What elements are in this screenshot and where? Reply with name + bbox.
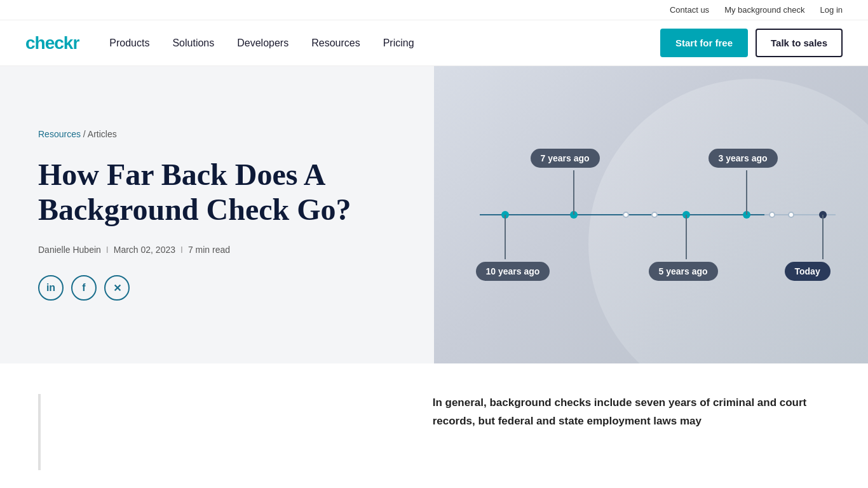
log-in-link[interactable]: Log in xyxy=(820,5,843,15)
label-7-years-ago: 7 years ago xyxy=(531,149,600,168)
breadcrumb-separator: / xyxy=(83,129,88,139)
connector-3y xyxy=(746,170,747,215)
timeline-dot-mid1 xyxy=(623,212,629,218)
logo[interactable]: checkr xyxy=(25,33,79,53)
decorative-border-block xyxy=(38,394,395,470)
breadcrumb-articles: Articles xyxy=(88,129,117,139)
label-today: Today xyxy=(785,262,831,281)
connector-7y xyxy=(573,170,574,215)
nav-resources[interactable]: Resources xyxy=(311,37,360,49)
hero-left: Resources / Articles How Far Back Does A… xyxy=(0,66,434,363)
connector-10y xyxy=(505,215,506,259)
hero-illustration: 7 years ago 3 years ago 10 years ago 5 y… xyxy=(434,66,868,363)
below-hero-section: In general, background checks include se… xyxy=(0,363,868,488)
timeline-dot-mid2 xyxy=(651,212,658,218)
connector-5y xyxy=(686,215,687,259)
twitter-share-button[interactable]: ✕ xyxy=(104,275,130,301)
top-bar: Contact us My background check Log in xyxy=(0,0,868,20)
nav-actions: Start for free Talk to sales xyxy=(660,29,843,57)
my-background-check-link[interactable]: My background check xyxy=(724,5,804,15)
timeline-diagram: 7 years ago 3 years ago 10 years ago 5 y… xyxy=(467,139,836,291)
main-nav: checkr Products Solutions Developers Res… xyxy=(0,20,868,66)
nav-links: Products Solutions Developers Resources … xyxy=(109,37,660,49)
nav-developers[interactable]: Developers xyxy=(237,37,288,49)
timeline-line xyxy=(480,214,836,215)
label-10-years-ago: 10 years ago xyxy=(476,262,550,281)
contact-us-link[interactable]: Contact us xyxy=(670,5,709,15)
author-name: Danielle Hubein xyxy=(38,245,101,255)
nav-solutions[interactable]: Solutions xyxy=(172,37,214,49)
breadcrumb-resources-link[interactable]: Resources xyxy=(38,129,81,139)
connector-today xyxy=(822,215,824,259)
article-meta: Danielle Hubein I March 02, 2023 I 7 min… xyxy=(38,245,409,255)
publish-date: March 02, 2023 xyxy=(114,245,175,255)
intro-text-block: In general, background checks include se… xyxy=(433,394,830,470)
start-for-free-button[interactable]: Start for free xyxy=(660,29,748,57)
linkedin-share-button[interactable]: in xyxy=(38,275,64,301)
talk-to-sales-button[interactable]: Talk to sales xyxy=(756,29,843,57)
meta-separator-2: I xyxy=(180,245,183,255)
nav-pricing[interactable]: Pricing xyxy=(383,37,414,49)
breadcrumb: Resources / Articles xyxy=(38,129,409,139)
label-3-years-ago: 3 years ago xyxy=(709,149,778,168)
social-share-icons: in f ✕ xyxy=(38,275,409,301)
page-title: How Far Back Does A Background Check Go? xyxy=(38,157,409,227)
below-left-block xyxy=(38,394,395,470)
timeline-dot-mid3 xyxy=(769,212,775,218)
intro-paragraph: In general, background checks include se… xyxy=(433,394,830,431)
hero-section: Resources / Articles How Far Back Does A… xyxy=(0,66,868,363)
read-time: 7 min read xyxy=(188,245,230,255)
label-5-years-ago: 5 years ago xyxy=(649,262,718,281)
nav-products[interactable]: Products xyxy=(109,37,149,49)
meta-separator-1: I xyxy=(106,245,109,255)
facebook-share-button[interactable]: f xyxy=(71,275,97,301)
timeline-dot-mid4 xyxy=(788,212,794,218)
